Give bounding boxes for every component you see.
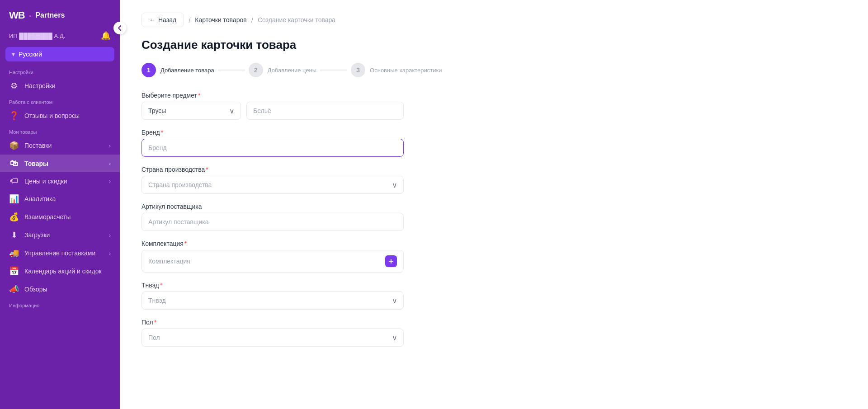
sidebar-item-kalendar[interactable]: 📅 Календарь акций и скидок — [0, 262, 120, 280]
box-icon: 📦 — [9, 141, 19, 150]
bell-icon[interactable]: 🔔 — [101, 31, 111, 41]
pol-label: Пол* — [142, 319, 404, 326]
step-1-label: Добавление товара — [160, 67, 214, 74]
brand-input[interactable] — [142, 139, 404, 157]
step-3-circle: 3 — [351, 63, 365, 77]
pol-group: Пол* Пол ∨ — [142, 319, 404, 347]
language-label: Русский — [19, 51, 108, 58]
plus-icon: + — [385, 255, 397, 267]
required-star: * — [160, 282, 162, 289]
tnved-group: Тнвэд* Тнвэд ∨ — [142, 282, 404, 310]
bag-icon: 🛍 — [9, 159, 19, 168]
komplektaciya-placeholder: Комплектация — [148, 258, 190, 265]
logo-partners: Partners — [35, 11, 65, 19]
language-selector[interactable]: ▾ Русский — [5, 47, 114, 61]
main-content: ← Назад / Карточки товаров / Создание ка… — [120, 0, 868, 409]
subject-group: Выберите предмет* Трусы ∨ — [142, 92, 404, 120]
sidebar-item-vzaimora[interactable]: 💰 Взаиморасчеты — [0, 208, 120, 226]
step-2-circle: 2 — [249, 63, 263, 77]
tnved-label: Тнвэд* — [142, 282, 404, 289]
truck-icon: 🚚 — [9, 248, 19, 258]
gear-icon: ⚙ — [9, 81, 19, 91]
required-star: * — [198, 92, 200, 99]
logo-wb: WB — [9, 9, 25, 21]
breadcrumb-separator: / — [189, 16, 190, 24]
money-icon: 💰 — [9, 212, 19, 222]
required-star: * — [154, 319, 156, 326]
required-star: * — [206, 166, 208, 173]
sidebar-item-label: Аналитика — [24, 195, 56, 202]
sidebar-item-otzyvy[interactable]: ❓ Отзывы и вопросы — [0, 107, 120, 125]
sidebar-item-obzory[interactable]: 📣 Обзоры — [0, 280, 120, 298]
step-line-1 — [218, 70, 245, 71]
product-form: Выберите предмет* Трусы ∨ Бренд* — [142, 92, 404, 347]
sidebar-collapse-button[interactable] — [113, 22, 126, 34]
sidebar-item-zagruzki[interactable]: ⬇ Загрузки › — [0, 226, 120, 244]
sidebar-item-nastrojki[interactable]: ⚙ Настройки — [0, 77, 120, 95]
subject-row: Трусы ∨ — [142, 102, 404, 120]
country-select[interactable]: Страна производства — [142, 176, 404, 194]
tag-icon: 🏷 — [9, 176, 19, 186]
article-group: Артикул поставщика — [142, 203, 404, 231]
sidebar-item-label: Цены и скидки — [24, 178, 67, 185]
breadcrumb-current: Создание карточки товара — [258, 16, 335, 24]
step-line-2 — [320, 70, 347, 71]
sidebar-item-tovary[interactable]: 🛍 Товары › — [0, 155, 120, 172]
chart-icon: 📊 — [9, 194, 19, 204]
subject-label: Выберите предмет* — [142, 92, 404, 99]
sidebar-item-upravlenie[interactable]: 🚚 Управление поставками › — [0, 244, 120, 262]
step-1: 1 Добавление товара — [142, 63, 214, 77]
sidebar-item-label: Товары — [24, 160, 48, 167]
breadcrumb-separator-2: / — [251, 16, 253, 24]
komplektaciya-button[interactable]: Комплектация + — [142, 250, 404, 273]
sidebar-item-label: Взаиморасчеты — [24, 213, 71, 221]
article-label: Артикул поставщика — [142, 203, 404, 210]
step-3-label: Основные характеристики — [370, 67, 442, 74]
section-label-client: Работа с клиентом — [0, 95, 120, 107]
brand-group: Бренд* — [142, 129, 404, 157]
required-star: * — [161, 129, 163, 136]
step-1-circle: 1 — [142, 63, 156, 77]
sidebar-item-label: Настройки — [24, 82, 56, 89]
section-label-info: Информация — [0, 298, 120, 310]
section-label-mygoods: Мои товары — [0, 125, 120, 136]
step-3: 3 Основные характеристики — [351, 63, 442, 77]
back-label: Назад — [158, 16, 176, 24]
steps-indicator: 1 Добавление товара 2 Добавление цены 3 … — [142, 63, 846, 77]
logo-dot: · — [28, 8, 32, 23]
tnved-select[interactable]: Тнвэд — [142, 291, 404, 310]
country-label: Страна производства* — [142, 166, 404, 173]
sidebar-logo: WB· Partners — [0, 0, 120, 27]
brand-label: Бренд* — [142, 129, 404, 136]
subject-category-input[interactable] — [246, 102, 404, 120]
sidebar-item-analitika[interactable]: 📊 Аналитика — [0, 190, 120, 208]
sidebar-item-label: Обзоры — [24, 286, 47, 293]
pol-select-wrapper: Пол ∨ — [142, 329, 404, 347]
back-button[interactable]: ← Назад — [142, 13, 184, 27]
download-icon: ⬇ — [9, 230, 19, 240]
calendar-icon: 📅 — [9, 266, 19, 276]
komplekt-label: Комплектация* — [142, 240, 404, 247]
chevron-down-icon: ▾ — [12, 51, 15, 58]
breadcrumb-cards[interactable]: Карточки товаров — [195, 16, 246, 24]
chevron-right-icon: › — [109, 232, 111, 239]
chevron-right-icon: › — [109, 160, 111, 167]
chevron-right-icon: › — [109, 250, 111, 257]
sidebar-item-label: Управление поставками — [24, 249, 95, 257]
question-icon: ❓ — [9, 111, 19, 121]
sidebar-item-postavki[interactable]: 📦 Поставки › — [0, 136, 120, 155]
subject-select[interactable]: Трусы — [142, 102, 241, 120]
section-label-settings: Настройки — [0, 65, 120, 77]
country-group: Страна производства* Страна производства… — [142, 166, 404, 194]
sidebar: WB· Partners ИП ████████ А.Д. 🔔 ▾ Русски… — [0, 0, 120, 409]
sidebar-item-label: Календарь акций и скидок — [24, 268, 102, 275]
sidebar-item-label: Поставки — [24, 142, 52, 149]
step-2: 2 Добавление цены — [249, 63, 316, 77]
chevron-right-icon: › — [109, 142, 111, 149]
article-input[interactable] — [142, 213, 404, 231]
breadcrumb: ← Назад / Карточки товаров / Создание ка… — [142, 13, 846, 27]
komplekt-group: Комплектация* Комплектация + — [142, 240, 404, 273]
sidebar-item-ceny[interactable]: 🏷 Цены и скидки › — [0, 172, 120, 190]
sidebar-item-label: Отзывы и вопросы — [24, 112, 80, 119]
pol-select[interactable]: Пол — [142, 329, 404, 347]
